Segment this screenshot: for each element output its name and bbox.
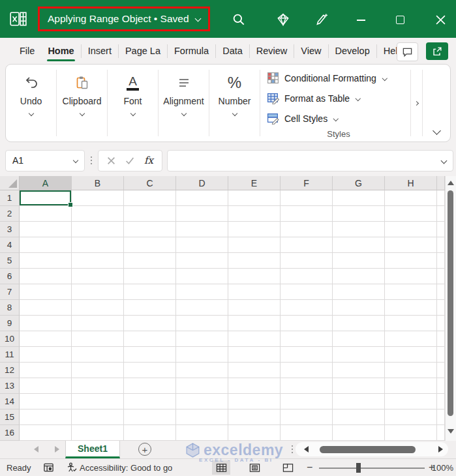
cell-styles-button[interactable]: Cell Styles xyxy=(267,108,410,128)
cell-A1[interactable] xyxy=(20,190,72,206)
cell-G8[interactable] xyxy=(333,300,385,316)
cell-D7[interactable] xyxy=(176,284,228,300)
cell-C4[interactable] xyxy=(124,237,176,253)
cell-G16[interactable] xyxy=(333,425,385,441)
row-header-4[interactable]: 4 xyxy=(0,237,20,253)
column-header-b[interactable]: B xyxy=(72,176,124,190)
cell-G12[interactable] xyxy=(333,363,385,378)
search-icon[interactable] xyxy=(231,12,247,27)
cell-G13[interactable] xyxy=(333,378,385,394)
cell-E12[interactable] xyxy=(228,363,281,378)
formula-bar-handle[interactable] xyxy=(91,156,92,158)
row-header-15[interactable]: 15 xyxy=(0,409,20,425)
cell-partial[interactable] xyxy=(437,206,445,222)
cell-C15[interactable] xyxy=(124,409,176,425)
row-header-11[interactable]: 11 xyxy=(0,347,20,363)
cell-F7[interactable] xyxy=(281,284,333,300)
cell-C16[interactable] xyxy=(124,425,176,441)
cell-partial[interactable] xyxy=(437,222,445,237)
cell-G7[interactable] xyxy=(333,284,385,300)
cell-C8[interactable] xyxy=(124,300,176,316)
scroll-up-arrow[interactable] xyxy=(448,181,454,185)
cell-partial[interactable] xyxy=(437,237,445,253)
cell-A4[interactable] xyxy=(20,237,72,253)
cell-E7[interactable] xyxy=(228,284,281,300)
cell-A11[interactable] xyxy=(20,347,72,363)
ribbon-group-number[interactable]: %Number xyxy=(209,65,260,141)
cell-H11[interactable] xyxy=(385,347,437,363)
select-all-corner[interactable] xyxy=(0,176,20,190)
scroll-left-arrow[interactable] xyxy=(304,446,309,453)
comments-button[interactable] xyxy=(397,42,418,61)
share-button[interactable] xyxy=(426,42,448,60)
cell-D13[interactable] xyxy=(176,378,228,394)
cell-F8[interactable] xyxy=(281,300,333,316)
cell-E10[interactable] xyxy=(228,331,281,347)
sheet-nav-right-icon[interactable] xyxy=(55,446,59,453)
sheet-tab-sheet1[interactable]: Sheet1 xyxy=(65,441,120,458)
ribbon-group-font[interactable]: AFont xyxy=(108,65,158,141)
cell-C6[interactable] xyxy=(124,269,176,284)
cell-B9[interactable] xyxy=(72,316,124,331)
row-header-6[interactable]: 6 xyxy=(0,269,20,284)
add-sheet-button[interactable]: + xyxy=(138,443,151,456)
cell-B3[interactable] xyxy=(72,222,124,237)
cell-F16[interactable] xyxy=(281,425,333,441)
cell-E4[interactable] xyxy=(228,237,281,253)
cell-B6[interactable] xyxy=(72,269,124,284)
record-macro-button[interactable] xyxy=(43,462,54,473)
cell-F5[interactable] xyxy=(281,253,333,269)
cell-partial[interactable] xyxy=(437,316,445,331)
tab-formula[interactable]: Formula xyxy=(168,38,215,64)
cell-G9[interactable] xyxy=(333,316,385,331)
row-header-12[interactable]: 12 xyxy=(0,363,20,378)
scroll-down-arrow[interactable] xyxy=(448,429,454,434)
cell-partial[interactable] xyxy=(437,347,445,363)
row-header-13[interactable]: 13 xyxy=(0,378,20,394)
tab-home[interactable]: Home xyxy=(41,38,80,64)
column-header-a[interactable]: A xyxy=(20,176,72,190)
page-break-preview-button[interactable] xyxy=(279,460,297,475)
cell-C3[interactable] xyxy=(124,222,176,237)
cell-H7[interactable] xyxy=(385,284,437,300)
cell-C11[interactable] xyxy=(124,347,176,363)
cell-E16[interactable] xyxy=(228,425,281,441)
cell-H15[interactable] xyxy=(385,409,437,425)
cell-C2[interactable] xyxy=(124,206,176,222)
cell-partial[interactable] xyxy=(437,284,445,300)
column-header-d[interactable]: D xyxy=(176,176,228,190)
tab-page-la[interactable]: Page La xyxy=(119,38,167,64)
cell-G14[interactable] xyxy=(333,394,385,409)
ribbon-group-alignment[interactable]: Alignment xyxy=(159,65,209,141)
cell-G11[interactable] xyxy=(333,347,385,363)
cell-F10[interactable] xyxy=(281,331,333,347)
zoom-level[interactable]: 100% xyxy=(432,463,453,473)
cell-A6[interactable] xyxy=(20,269,72,284)
cell-B8[interactable] xyxy=(72,300,124,316)
cell-B2[interactable] xyxy=(72,206,124,222)
cell-B11[interactable] xyxy=(72,347,124,363)
cell-partial[interactable] xyxy=(437,378,445,394)
cell-D16[interactable] xyxy=(176,425,228,441)
zoom-slider-thumb[interactable] xyxy=(356,463,361,473)
maximize-button[interactable] xyxy=(392,12,408,27)
cell-partial[interactable] xyxy=(437,394,445,409)
cell-partial[interactable] xyxy=(437,300,445,316)
row-header-2[interactable]: 2 xyxy=(0,206,20,222)
cell-C14[interactable] xyxy=(124,394,176,409)
tab-develop[interactable]: Develop xyxy=(329,38,376,64)
cell-C9[interactable] xyxy=(124,316,176,331)
row-header-3[interactable]: 3 xyxy=(0,222,20,237)
cell-E9[interactable] xyxy=(228,316,281,331)
styles-more-button[interactable] xyxy=(411,65,422,141)
cell-H10[interactable] xyxy=(385,331,437,347)
cell-B7[interactable] xyxy=(72,284,124,300)
tab-review[interactable]: Review xyxy=(250,38,294,64)
sheet-nav-left-icon[interactable] xyxy=(34,446,38,453)
expand-formula-bar-icon[interactable] xyxy=(441,157,448,164)
gem-icon[interactable] xyxy=(275,12,291,27)
cell-H1[interactable] xyxy=(385,190,437,206)
cell-partial[interactable] xyxy=(437,363,445,378)
cell-F15[interactable] xyxy=(281,409,333,425)
cell-E14[interactable] xyxy=(228,394,281,409)
